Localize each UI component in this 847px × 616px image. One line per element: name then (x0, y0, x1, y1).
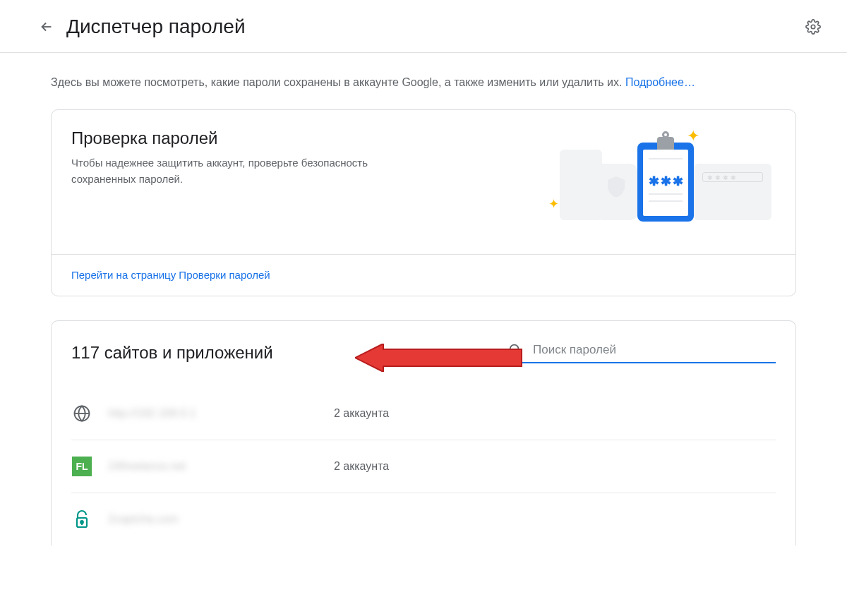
checkup-desc: Чтобы надежнее защитить аккаунт, проверь… (71, 155, 410, 187)
svg-line-2 (517, 352, 520, 355)
card-text: Проверка паролей Чтобы надежнее защитить… (71, 128, 529, 187)
site-row[interactable]: 2captcha.com (71, 493, 776, 545)
site-name: 24freelance.net (108, 460, 334, 473)
site-name: http://192.168.0.1 (108, 407, 334, 420)
intro-text: Здесь вы можете посмотреть, какие пароли… (51, 74, 796, 91)
site-name: 2captcha.com (108, 513, 334, 526)
checkup-illustration: ✱✱✱✱ ✱✱✱ ✦ ✦ (546, 128, 779, 234)
account-count: 2 аккаунта (334, 407, 389, 420)
card-footer: Перейти на страницу Проверки паролей (52, 254, 795, 296)
password-stars-icon: ✱✱✱ (649, 174, 685, 189)
list-header: 117 сайтов и приложений (71, 342, 776, 363)
go-to-checkup-link[interactable]: Перейти на страницу Проверки паролей (71, 269, 270, 281)
arrow-left-icon (39, 19, 54, 35)
page-content: Здесь вы можете посмотреть, какие пароли… (0, 53, 847, 545)
svg-point-0 (811, 25, 815, 29)
sites-count-title: 117 сайтов и приложений (71, 343, 273, 363)
search-icon (507, 342, 523, 358)
learn-more-link[interactable]: Подробнее… (625, 76, 695, 88)
site-row[interactable]: FL 24freelance.net 2 аккаунта (71, 440, 776, 493)
page-title: Диспетчер паролей (66, 16, 799, 38)
account-count: 2 аккаунта (334, 460, 389, 473)
lock-icon (71, 509, 92, 530)
search-input[interactable] (533, 343, 776, 357)
site-row[interactable]: http://192.168.0.1 2 аккаунта (71, 387, 776, 440)
app-header: Диспетчер паролей (0, 0, 847, 53)
password-checkup-card: Проверка паролей Чтобы надежнее защитить… (51, 109, 796, 296)
settings-button[interactable] (799, 13, 827, 41)
sites-list-card: 117 сайтов и приложений http://192.168.0… (51, 320, 796, 545)
intro-body: Здесь вы можете посмотреть, какие пароли… (51, 76, 625, 88)
checkup-title: Проверка паролей (71, 128, 529, 148)
search-wrap (507, 342, 776, 363)
globe-icon (71, 403, 92, 424)
back-button[interactable] (32, 13, 61, 41)
card-body: Проверка паролей Чтобы надежнее защитить… (52, 110, 795, 254)
fl-logo-icon: FL (71, 456, 92, 477)
sparkle-icon: ✦ (548, 196, 559, 212)
gear-icon (805, 19, 821, 35)
sparkle-icon: ✦ (687, 127, 699, 145)
svg-point-1 (510, 345, 519, 354)
